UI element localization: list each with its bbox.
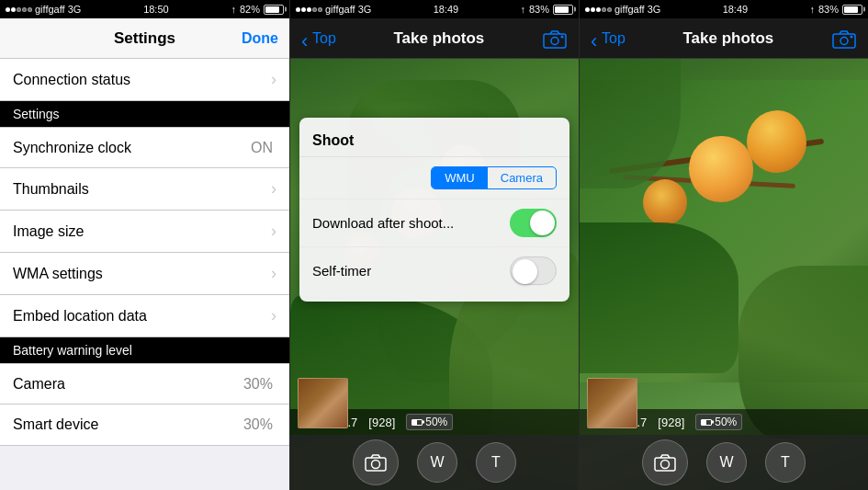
carrier-name: giffgaff xyxy=(35,4,65,15)
w-label: W xyxy=(719,454,733,471)
w-label: W xyxy=(430,454,444,471)
row-right: › xyxy=(271,306,276,325)
back-button[interactable]: Top xyxy=(301,30,336,47)
chevron-right-icon: › xyxy=(271,306,276,325)
carrier-name: giffgaff xyxy=(614,4,645,15)
row-right: 30% xyxy=(243,376,276,393)
seg-wmu[interactable]: WMU xyxy=(432,167,488,188)
battery-small-icon xyxy=(701,419,712,426)
segmented-control[interactable]: WMU Camera xyxy=(431,166,557,189)
signal-dot-2 xyxy=(11,7,16,12)
battery-icon xyxy=(264,5,284,15)
t-button[interactable]: T xyxy=(765,442,806,483)
self-timer-label: Self-timer xyxy=(312,263,371,279)
row-right: › xyxy=(271,264,276,283)
row-label: Embed location data xyxy=(13,308,147,325)
signal-dot-4 xyxy=(22,7,27,12)
network-type: 3G xyxy=(358,4,372,15)
bottom-controls-3: W T xyxy=(580,435,868,490)
page-title: Take photos xyxy=(393,29,484,48)
status-bar-3: giffgaff 3G 18:49 ↑ 83% xyxy=(580,0,868,18)
svg-point-2 xyxy=(560,35,563,38)
row-label: WMA settings xyxy=(13,266,103,282)
signal-dot-1 xyxy=(585,7,590,12)
time: 18:49 xyxy=(723,4,749,15)
image-size-row[interactable]: Image size › xyxy=(0,211,289,253)
back-label: Top xyxy=(602,30,626,47)
signal-dots xyxy=(296,7,322,12)
row-label: Camera xyxy=(13,376,65,393)
thumbnails-row[interactable]: Thumbnails › xyxy=(0,168,289,211)
carrier-info: giffgaff 3G xyxy=(296,4,371,15)
row-label: Image size xyxy=(13,223,84,240)
row-right: › xyxy=(271,179,276,199)
w-button[interactable]: W xyxy=(417,442,457,483)
carrier-info: giffgaff 3G xyxy=(6,4,81,15)
shutter-button[interactable] xyxy=(642,439,688,485)
signal-dot-5 xyxy=(318,7,322,12)
svg-point-6 xyxy=(840,37,848,44)
signal-dot-5 xyxy=(28,7,32,12)
thumbnail-2[interactable] xyxy=(298,378,348,428)
t-button[interactable]: T xyxy=(476,442,516,483)
page-title: Take photos xyxy=(682,29,773,48)
self-timer-toggle[interactable] xyxy=(510,256,557,285)
battery-section-header: Battery warning level xyxy=(0,337,289,363)
row-right: ON xyxy=(251,140,276,156)
wma-settings-row[interactable]: WMA settings › xyxy=(0,253,289,295)
chevron-right-icon: › xyxy=(271,264,276,283)
chevron-left-icon xyxy=(301,31,310,46)
time: 18:49 xyxy=(434,4,459,15)
connection-status-row[interactable]: Connection status › xyxy=(0,59,289,100)
row-label: Thumbnails xyxy=(13,181,89,198)
camera-viewfinder-3: 1/30 F4.7 [928] 50% xyxy=(580,59,868,490)
smart-device-row[interactable]: Smart device 30% xyxy=(0,405,289,445)
network-type: 3G xyxy=(68,4,82,15)
bottom-controls-2: W T xyxy=(290,435,579,490)
camera-settings-icon[interactable] xyxy=(831,28,857,49)
camera-settings-icon[interactable] xyxy=(542,28,568,49)
battery-group: Camera 30% Smart device 30% xyxy=(0,363,289,446)
row-label: Smart device xyxy=(13,416,98,433)
battery-percent: 83% xyxy=(529,4,549,15)
arrow-icon: ↑ xyxy=(520,4,525,15)
battery-percent: 82% xyxy=(240,4,260,15)
battery-fill xyxy=(844,6,858,13)
t-label: T xyxy=(491,454,501,471)
download-row: Download after shoot... xyxy=(299,199,569,247)
battery-fill xyxy=(555,6,569,13)
signal-dot-4 xyxy=(602,7,606,12)
done-button[interactable]: Done xyxy=(242,30,278,47)
download-toggle[interactable] xyxy=(510,209,557,237)
back-button[interactable]: Top xyxy=(591,30,626,47)
shoot-title: Shoot xyxy=(299,125,569,157)
row-right: › xyxy=(271,70,276,89)
embed-location-row[interactable]: Embed location data › xyxy=(0,295,289,336)
signal-dot-2 xyxy=(591,7,595,12)
shoot-mode-row: WMU Camera xyxy=(299,157,569,199)
seg-camera[interactable]: Camera xyxy=(488,167,556,188)
svg-point-9 xyxy=(661,461,670,469)
back-label: Top xyxy=(312,30,336,47)
thumbnail-3[interactable] xyxy=(587,378,637,428)
sync-clock-row[interactable]: Synchronize clock ON xyxy=(0,128,289,168)
chevron-right-icon: › xyxy=(271,222,276,241)
status-bar-1: giffgaff 3G 18:50 ↑ 82% xyxy=(0,0,289,18)
settings-nav-bar: Settings Done xyxy=(0,18,289,59)
battery-percent-info: 50% xyxy=(715,416,737,428)
row-right: › xyxy=(271,222,276,241)
settings-section-header: Settings xyxy=(0,101,289,127)
battery-fill xyxy=(265,6,279,13)
signal-dot-1 xyxy=(296,7,300,12)
iso: [928] xyxy=(658,416,684,429)
signal-dots xyxy=(585,7,612,12)
w-button[interactable]: W xyxy=(706,442,747,483)
camera-battery-row[interactable]: Camera 30% xyxy=(0,364,289,405)
download-label: Download after shoot... xyxy=(312,215,454,231)
arrow-icon: ↑ xyxy=(231,4,236,15)
shutter-button[interactable] xyxy=(353,439,399,485)
camera-nav-bar-2: Top Take photos xyxy=(290,18,579,59)
chevron-right-icon: › xyxy=(271,179,276,199)
battery-percent: 83% xyxy=(818,4,839,15)
status-right: ↑ 83% xyxy=(520,4,573,15)
